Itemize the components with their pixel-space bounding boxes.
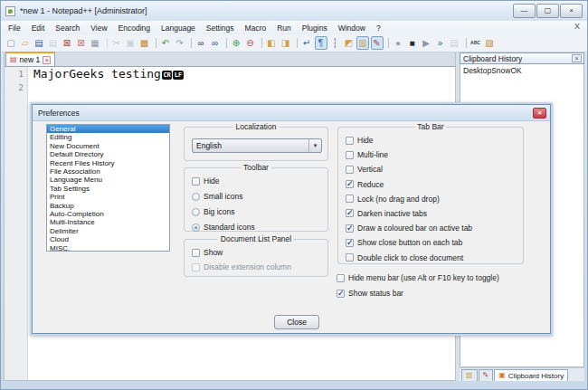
close-button[interactable]: Close (274, 315, 319, 329)
checkbox-row[interactable]: Show close button on each tab (346, 238, 519, 247)
checkbox[interactable] (337, 274, 345, 282)
function-list-icon[interactable]: ✎ (371, 36, 384, 50)
category-item[interactable]: Multi-Instance (47, 218, 169, 226)
category-item[interactable]: Default Directory (47, 150, 169, 158)
checkbox[interactable] (346, 195, 354, 203)
clipboard-item[interactable]: DesktopSnowOK (460, 64, 583, 77)
category-item[interactable]: Recent Files History (47, 159, 169, 167)
dialog-title-bar[interactable]: Preferences × (33, 105, 550, 121)
checkbox[interactable] (192, 263, 200, 271)
menu-item[interactable]: Language (156, 24, 201, 33)
category-item[interactable]: Delimiter (47, 227, 169, 235)
checkbox[interactable] (346, 239, 354, 247)
panel-close-icon[interactable]: × (572, 54, 582, 62)
close-doc-icon[interactable]: ⊠ (61, 36, 73, 50)
category-item[interactable]: Tab Settings (47, 185, 169, 193)
menu-item[interactable]: Settings (201, 24, 240, 33)
checkbox-row[interactable]: Draw a coloured bar on active tab (346, 224, 519, 233)
checkbox[interactable] (346, 209, 354, 217)
menu-item[interactable]: Encoding (113, 24, 156, 33)
menu-item[interactable]: ? (371, 24, 386, 33)
radio-row[interactable]: Standard icons (192, 223, 324, 232)
checkbox[interactable] (192, 249, 200, 257)
radio-row[interactable]: Small icons (192, 192, 324, 201)
find-icon[interactable]: ∞ (194, 36, 207, 50)
indent-guide-icon[interactable]: ┆ (328, 36, 341, 50)
word-wrap-icon[interactable]: ↵ (300, 36, 313, 50)
document-map-tab[interactable]: ▥ (461, 369, 478, 381)
checkbox-row[interactable]: Darken inactive tabs (346, 209, 519, 218)
category-item[interactable]: Auto-Completion (47, 210, 169, 218)
checkbox-row[interactable]: Vertical (346, 165, 519, 174)
checkbox-row[interactable]: Hide (346, 136, 519, 145)
checkbox-row[interactable]: Double click to close document (346, 253, 519, 262)
menu-item[interactable]: Macro (240, 24, 272, 33)
user-define-dialog-icon[interactable]: ◩ (343, 36, 356, 50)
menu-item[interactable]: Window (333, 24, 371, 33)
restore-button[interactable]: ▢ (536, 4, 559, 18)
new-file-icon[interactable]: ▢ (5, 36, 17, 50)
tab-close-icon[interactable]: × (43, 56, 51, 64)
category-item[interactable]: MISC. (47, 244, 169, 252)
open-folder-icon[interactable]: ▱ (19, 36, 32, 50)
checkbox[interactable] (346, 137, 354, 145)
document-map-icon[interactable]: ▥ (356, 36, 369, 50)
title-bar[interactable]: *new 1 - Notepad++ [Administrator] — ▢ × (1, 1, 587, 21)
save-icon[interactable]: ▤ (33, 36, 45, 50)
radio-button[interactable] (192, 208, 200, 216)
minimize-button[interactable]: — (513, 4, 536, 18)
sync-horizontal-icon[interactable]: ◨ (280, 36, 292, 50)
category-item[interactable]: Backup (47, 202, 169, 210)
checkbox-row[interactable]: Hide menu bar (use Alt or F10 key to tog… (337, 273, 499, 282)
copy-icon[interactable]: ▣ (124, 36, 137, 50)
checkbox[interactable] (346, 166, 354, 174)
spell-check-icon[interactable]: ABC (469, 36, 482, 50)
checkbox-row[interactable]: Lock (no drag and drop) (346, 195, 519, 204)
category-item[interactable]: Language Menu (47, 176, 169, 184)
close-all-docs-icon[interactable]: ⊠ (75, 36, 88, 50)
replace-icon[interactable]: ∞ (209, 36, 222, 50)
menu-item[interactable]: Plugins (297, 24, 333, 33)
radio-row[interactable]: Big icons (192, 207, 324, 216)
localization-combobox[interactable]: English ▾ (192, 138, 322, 153)
clipboard-history-tab[interactable]: ▣ Clipboard History (494, 369, 568, 381)
checkbox[interactable] (346, 180, 354, 188)
plugin-icon[interactable]: ▨ (483, 36, 496, 50)
save-macro-icon[interactable]: ▤ (448, 36, 460, 50)
character-panel-tab[interactable]: ✎ (479, 369, 494, 381)
run-macro-multiple-icon[interactable]: » (434, 36, 447, 50)
close-button[interactable]: × (560, 4, 583, 18)
checkbox-row[interactable]: Disable extension column (192, 262, 324, 271)
checkbox-row[interactable]: Show (192, 248, 324, 257)
checkbox-row[interactable]: Hide (192, 176, 324, 185)
redo-icon[interactable]: ↷ (174, 36, 186, 50)
checkbox[interactable] (192, 177, 200, 185)
checkbox-row[interactable]: Multi-line (346, 150, 519, 159)
category-item[interactable]: Cloud (47, 235, 169, 243)
category-item[interactable]: New Document (47, 142, 169, 150)
checkbox[interactable] (346, 253, 354, 262)
print-icon[interactable]: ▦ (89, 36, 101, 50)
checkbox-row[interactable]: Reduce (346, 180, 519, 189)
document-tab[interactable]: ▤ new 1 × (5, 52, 55, 66)
zoom-out-icon[interactable]: ⊖ (244, 36, 257, 50)
menu-item[interactable]: Run (271, 24, 297, 33)
stop-record-icon[interactable]: ■ (406, 36, 419, 50)
chevron-down-icon[interactable]: ▾ (308, 139, 321, 152)
menu-item[interactable]: Edit (26, 24, 51, 33)
cut-icon[interactable]: ✂ (110, 36, 123, 50)
panel-header[interactable]: Clipboard History × (460, 52, 584, 64)
save-all-icon[interactable]: ▤ (47, 36, 60, 50)
playback-macro-icon[interactable]: ▶ (420, 36, 432, 50)
sync-vertical-icon[interactable]: ◧ (265, 36, 278, 50)
category-item[interactable]: Print (47, 193, 169, 201)
checkbox[interactable] (346, 151, 354, 159)
show-all-characters-icon[interactable]: ¶ (315, 36, 327, 50)
menu-item[interactable]: Search (50, 24, 85, 33)
checkbox[interactable] (346, 224, 354, 233)
dialog-close-icon[interactable]: × (533, 108, 546, 119)
radio-button[interactable] (192, 193, 200, 201)
checkbox-row[interactable]: Show status bar (337, 289, 499, 298)
checkbox[interactable] (337, 290, 345, 298)
paste-icon[interactable]: ▩ (138, 36, 151, 50)
